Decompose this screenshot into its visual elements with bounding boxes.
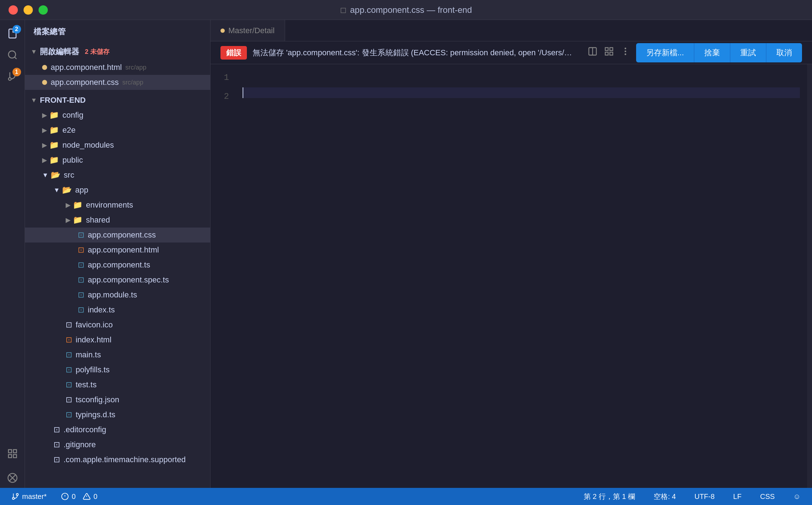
error-icon xyxy=(61,493,69,500)
tab-unsaved-dot xyxy=(220,29,225,33)
scrollbar[interactable] xyxy=(807,64,812,488)
errors-item[interactable]: 0 0 xyxy=(57,491,102,502)
activity-item-extensions[interactable] xyxy=(2,444,22,464)
explorer-badge: 2 xyxy=(12,25,21,34)
folder-arrow: ▶ xyxy=(42,126,47,134)
svg-rect-6 xyxy=(13,450,16,453)
tree-file-test-ts[interactable]: ⊡ test.ts xyxy=(25,377,210,392)
encoding-info: UTF-8 xyxy=(694,493,715,501)
tree-folder-environments[interactable]: ▶ 📁 environments xyxy=(25,198,210,213)
tree-folder-config[interactable]: ▶ 📁 config xyxy=(25,108,210,123)
open-editors-section[interactable]: ▼ 開啟編輯器 2 未儲存 xyxy=(25,44,210,60)
activity-item-search[interactable] xyxy=(2,45,22,65)
file-icon: ⊡ xyxy=(78,305,84,315)
open-editor-file-html[interactable]: app.component.html src/app xyxy=(25,60,210,75)
toolbar-icons xyxy=(588,46,630,59)
code-editor[interactable] xyxy=(235,64,807,488)
line-numbers: 1 2 xyxy=(210,64,235,488)
tree-file-app-component-spec[interactable]: ⊡ app.component.spec.ts xyxy=(25,272,210,287)
smiley-item[interactable]: ☺ xyxy=(789,491,805,502)
svg-point-0 xyxy=(8,51,15,58)
folder-icon: 📁 xyxy=(49,141,59,150)
tree-file-polyfills[interactable]: ⊡ polyfills.ts xyxy=(25,362,210,377)
tree-folder-node_modules[interactable]: ▶ 📁 node_modules xyxy=(25,138,210,153)
titlebar: ◻ app.component.css — front-end xyxy=(0,0,812,20)
tree-file-gitignore[interactable]: ⊡ .gitignore xyxy=(25,437,210,452)
tree-folder-src[interactable]: ▼ 📂 src xyxy=(25,168,210,183)
tree-file-app-component-css[interactable]: ⊡ app.component.css xyxy=(25,228,210,243)
file-icon: ⊡ xyxy=(66,365,72,374)
tree-file-main-ts[interactable]: ⊡ main.ts xyxy=(25,347,210,362)
indent-item[interactable]: 空格: 4 xyxy=(649,490,680,503)
file-icon: ⊡ xyxy=(66,335,72,345)
main-layout: 2 1 xyxy=(0,20,812,488)
activity-item-explorer[interactable]: 2 xyxy=(2,24,22,44)
tree-file-tsconfig[interactable]: ⊡ tsconfig.json xyxy=(25,392,210,407)
maximize-button[interactable] xyxy=(39,5,48,15)
git-branch-icon xyxy=(11,493,19,500)
encoding-item[interactable]: UTF-8 xyxy=(690,491,719,502)
project-root[interactable]: ▼ FRONT-END xyxy=(25,93,210,108)
tree-file-app-component-ts[interactable]: ⊡ app.component.ts xyxy=(25,257,210,272)
window-title: ◻ app.component.css — front-end xyxy=(340,5,472,15)
svg-rect-15 xyxy=(610,48,613,51)
layout-icon[interactable] xyxy=(604,46,614,59)
activity-item-source-control[interactable]: 1 xyxy=(2,66,22,86)
open-editor-file-css[interactable]: app.component.css src/app xyxy=(25,75,210,90)
tree-folder-public[interactable]: ▶ 📁 public xyxy=(25,153,210,168)
file-icon: ⊡ xyxy=(78,275,84,285)
tree-folder-app[interactable]: ▼ 📂 app xyxy=(25,183,210,198)
svg-point-4 xyxy=(8,78,11,81)
tab-master-detail[interactable]: Master/Detail xyxy=(210,20,285,41)
folder-icon: 📁 xyxy=(73,215,82,225)
branch-name: master* xyxy=(22,493,47,501)
file-icon: ⊡ xyxy=(54,425,60,434)
file-icon: ⊡ xyxy=(66,380,72,389)
error-badge: 錯誤 xyxy=(220,46,247,60)
tree-file-editorconfig[interactable]: ⊡ .editorconfig xyxy=(25,422,210,437)
retry-button[interactable]: 重試 xyxy=(730,43,766,62)
tree-folder-shared[interactable]: ▶ 📁 shared xyxy=(25,213,210,228)
svg-rect-17 xyxy=(605,52,608,55)
tree-file-app-module[interactable]: ⊡ app.module.ts xyxy=(25,287,210,302)
unsaved-dot-html xyxy=(42,65,47,70)
line-ending-item[interactable]: LF xyxy=(729,491,746,502)
editor-content[interactable]: 1 2 xyxy=(210,64,812,488)
file-icon: ⊡ xyxy=(78,290,84,300)
tree-file-timemachine[interactable]: ⊡ .com.apple.timemachine.supported xyxy=(25,452,210,467)
tree-file-typings[interactable]: ⊡ typings.d.ts xyxy=(25,407,210,422)
discard-button[interactable]: 捨棄 xyxy=(694,43,730,62)
tree-file-app-component-html[interactable]: ⊡ app.component.html xyxy=(25,243,210,257)
svg-rect-16 xyxy=(610,52,613,55)
minimize-button[interactable] xyxy=(24,5,33,15)
window-controls[interactable] xyxy=(9,5,48,15)
folder-icon: 📁 xyxy=(49,126,59,135)
split-editor-icon[interactable] xyxy=(588,46,598,59)
close-button[interactable] xyxy=(9,5,18,15)
error-count: 0 xyxy=(72,493,76,501)
folder-icon: 📂 xyxy=(62,185,72,195)
tab-bar: Master/Detail xyxy=(210,20,812,41)
line-number-1: 1 xyxy=(210,68,229,87)
language-item[interactable]: CSS xyxy=(756,491,779,502)
status-left: master* 0 0 xyxy=(7,491,579,502)
tree-file-favicon[interactable]: ⊡ favicon.ico xyxy=(25,317,210,332)
activity-item-remote[interactable] xyxy=(2,468,22,488)
tree-file-index-ts[interactable]: ⊡ index.ts xyxy=(25,302,210,317)
folder-icon: 📁 xyxy=(73,200,82,210)
status-bar: master* 0 0 第 2 行，第 1 欄 空格: 4 UTF-8 LF C… xyxy=(0,488,812,505)
more-actions-icon[interactable] xyxy=(620,46,630,59)
error-message: 無法儲存 'app.component.css': 發生系統錯誤 (EACCES… xyxy=(253,47,575,58)
tree-file-index-html[interactable]: ⊡ index.html xyxy=(25,332,210,347)
tree-folder-e2e[interactable]: ▶ 📁 e2e xyxy=(25,123,210,138)
svg-line-1 xyxy=(14,57,16,59)
editor-area: Master/Detail 錯誤 無法儲存 'app.component.css… xyxy=(210,20,812,488)
git-branch-item[interactable]: master* xyxy=(7,491,51,502)
save-as-button[interactable]: 另存新檔... xyxy=(636,43,694,62)
position-item[interactable]: 第 2 行，第 1 欄 xyxy=(579,490,639,503)
file-icon: ⊡ xyxy=(78,260,84,270)
svg-point-23 xyxy=(12,498,15,500)
cursor-position: 第 2 行，第 1 欄 xyxy=(584,492,635,501)
file-icon: ⊡ xyxy=(78,245,84,255)
cancel-button[interactable]: 取消 xyxy=(766,43,802,62)
